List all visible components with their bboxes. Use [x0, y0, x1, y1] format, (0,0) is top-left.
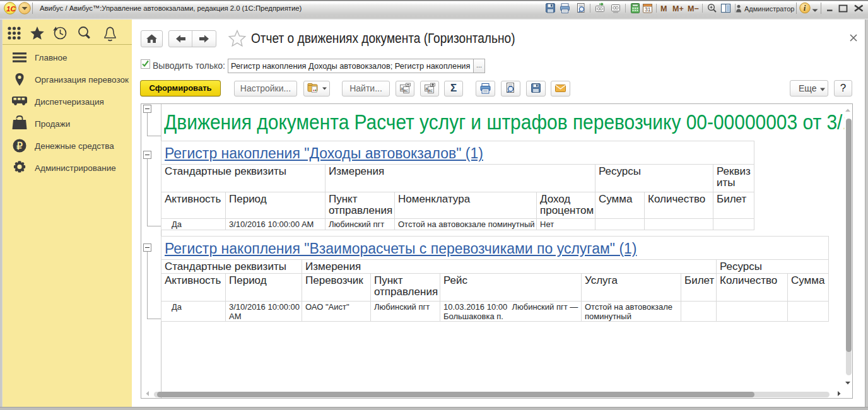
svg-text:₽: ₽	[16, 141, 23, 151]
svg-text:i: i	[804, 3, 806, 13]
svg-text:а: а	[401, 86, 403, 91]
svg-text:М+: М+	[672, 4, 684, 13]
svg-text:вс: вс	[404, 88, 408, 93]
svg-text:1С: 1С	[6, 5, 16, 13]
svg-text:31: 31	[645, 6, 651, 13]
svg-text:М−: М−	[688, 4, 699, 13]
svg-text:вс: вс	[428, 88, 433, 93]
svg-text:а: а	[425, 86, 428, 91]
svg-text:М: М	[660, 4, 667, 13]
